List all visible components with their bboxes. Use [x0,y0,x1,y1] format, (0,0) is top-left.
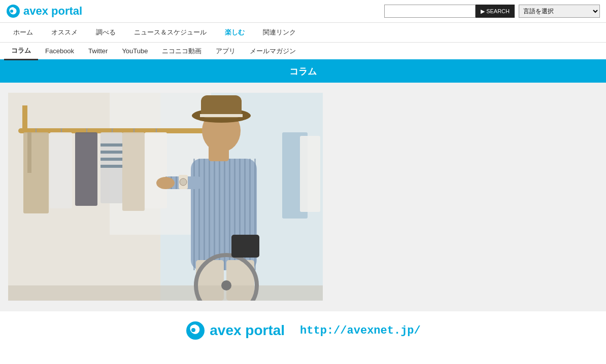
header-right: ▶ SEARCH 言語を選択 [384,5,600,18]
svg-point-1 [10,10,13,13]
footer-logo-text: avex portal [210,322,285,339]
svg-rect-27 [198,159,200,270]
svg-rect-28 [204,159,205,270]
svg-rect-30 [214,159,215,270]
svg-rect-14 [75,132,97,206]
sub-nav-item[interactable]: Facebook [38,44,81,58]
svg-rect-59 [300,136,320,212]
avex-logo-icon [6,4,20,18]
svg-rect-10 [27,132,31,173]
main-image [8,93,323,301]
main-content [8,93,328,301]
main-nav-item[interactable]: 楽しむ [216,23,254,42]
language-select[interactable]: 言語を選択 [519,5,600,18]
svg-rect-24 [145,132,167,208]
sidebar [336,93,598,301]
article-image [8,93,323,301]
page-title: コラム [289,66,317,77]
svg-rect-26 [193,159,195,270]
svg-point-45 [180,178,187,186]
svg-rect-12 [50,132,72,208]
main-nav-item[interactable]: オススメ [42,23,87,42]
svg-rect-58 [231,235,259,258]
main-nav-item[interactable]: ニュース＆スケジュール [125,23,216,42]
sub-nav-item[interactable]: ニコニコ動画 [155,43,209,59]
svg-point-61 [191,328,195,332]
svg-rect-9 [23,132,49,213]
page-title-bar: コラム [0,60,606,83]
footer-logo-icon [185,320,206,341]
logo-text: avex portal [23,5,82,18]
sub-nav-item[interactable]: YouTube [115,44,155,58]
search-input[interactable] [384,5,476,18]
svg-rect-55 [8,285,323,301]
footer-url: http://avexnet.jp/ [300,324,421,337]
sub-nav-item[interactable]: メールマガジン [243,43,303,59]
search-box: ▶ SEARCH [384,5,515,18]
svg-rect-29 [209,159,210,270]
search-button[interactable]: ▶ SEARCH [476,5,515,18]
logo-link[interactable]: avex portal [6,4,82,18]
main-nav-item[interactable]: 関連リンク [254,23,305,42]
sub-nav-item[interactable]: コラム [4,43,38,60]
svg-rect-18 [100,151,123,154]
main-nav: ホームオススメ調べるニュース＆スケジュール楽しむ関連リンク [0,23,606,43]
svg-rect-22 [122,132,145,211]
svg-point-46 [156,177,175,189]
svg-rect-51 [200,114,243,117]
svg-rect-17 [100,143,123,147]
sub-nav: コラムFacebookTwitterYouTubeニコニコ動画アプリメールマガジ… [0,43,606,60]
content-area [0,83,606,311]
main-nav-item[interactable]: 調べる [87,23,125,42]
svg-rect-20 [100,165,123,168]
svg-rect-42 [176,176,177,189]
sub-nav-item[interactable]: アプリ [209,43,243,59]
svg-rect-6 [22,105,27,131]
svg-rect-19 [100,158,123,161]
sub-nav-item[interactable]: Twitter [81,44,115,58]
svg-rect-31 [219,159,220,270]
main-nav-item[interactable]: ホーム [4,23,42,42]
footer: avex portal http://avexnet.jp/ [0,311,606,350]
footer-logo: avex portal [185,320,285,341]
header: avex portal ▶ SEARCH 言語を選択 [0,0,606,23]
svg-point-57 [221,280,231,290]
